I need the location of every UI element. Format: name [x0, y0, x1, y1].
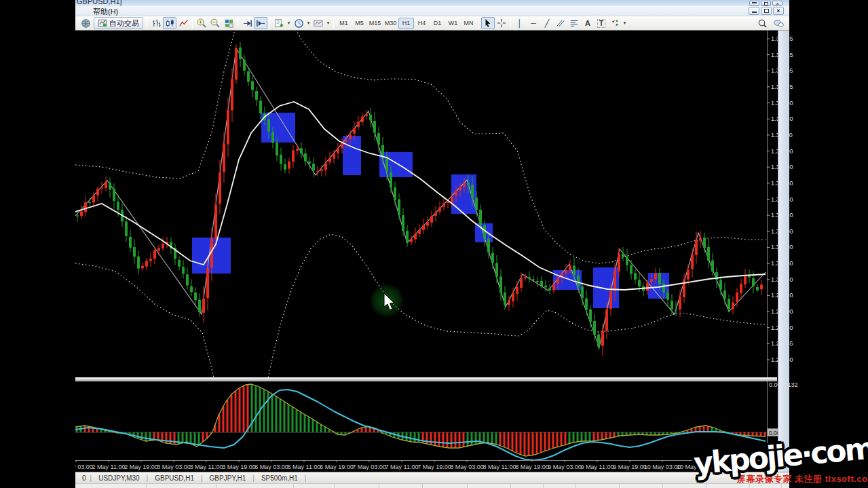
arrows-tool-button[interactable]	[608, 17, 622, 29]
vertical-line-tool-button[interactable]: │	[513, 17, 527, 29]
cursor-tool-button[interactable]	[481, 17, 495, 29]
chart-canvas[interactable]: 1.318351.317151.315951.314751.313601.312…	[0, 0, 868, 488]
connection-status-icon[interactable]	[79, 17, 92, 29]
minimize-button[interactable]	[749, 1, 759, 6]
tile-windows-icon	[224, 18, 234, 29]
svg-text:8 May 11:00: 8 May 11:00	[483, 464, 516, 470]
macd-histogram	[77, 384, 765, 455]
signal-box	[553, 270, 582, 290]
toolbar-right-icons	[755, 17, 785, 29]
candlestick-chart-button[interactable]	[163, 17, 176, 29]
status-cell-divider	[334, 484, 335, 488]
signal-box	[379, 152, 413, 177]
svg-text:6 May 19:00: 6 May 19:00	[320, 464, 354, 470]
community-button[interactable]	[772, 17, 785, 29]
search-button[interactable]	[755, 17, 769, 29]
window-right-border	[778, 31, 789, 472]
window-controls: ×	[749, 1, 782, 6]
toolbar-separator	[478, 18, 479, 29]
signal-box	[261, 113, 295, 143]
shapes-icon	[610, 18, 620, 28]
crosshair-tool-button[interactable]	[495, 17, 508, 29]
autotrade-button[interactable]: 自动交易	[94, 17, 143, 29]
horizontal-line-tool-button[interactable]: ─	[527, 17, 540, 29]
lower-band-line	[75, 234, 766, 387]
timeframe-M15[interactable]: M15	[367, 18, 383, 29]
tile-windows-button[interactable]	[222, 17, 235, 29]
auto-scroll-button[interactable]	[240, 17, 254, 29]
chart-tab[interactable]: GBPJPY,H1	[203, 474, 253, 482]
chart-restore-button[interactable]	[761, 7, 772, 15]
axes: 1.318351.317151.315951.314751.313601.312…	[59, 31, 797, 470]
chart-close-button[interactable]: ×	[773, 7, 784, 15]
chart-tab[interactable]: USDJPY,M30	[92, 474, 146, 482]
restore-button[interactable]	[761, 1, 771, 6]
signal-box	[343, 136, 361, 175]
status-cell-divider	[510, 484, 511, 488]
minimize-icon	[752, 12, 757, 13]
mouse-cursor	[381, 293, 398, 312]
close-icon: ×	[776, 7, 780, 14]
signal-box	[451, 174, 476, 214]
minimize-icon	[752, 2, 757, 3]
text-label-tool-button[interactable]: T	[595, 17, 608, 29]
chart-minimize-button[interactable]	[749, 7, 759, 15]
signal-box	[593, 267, 619, 308]
zoom-out-icon	[210, 18, 221, 29]
toolbar-separator	[269, 18, 270, 29]
timeframe-H1[interactable]: H1	[398, 18, 414, 29]
autotrade-label: 自动交易	[109, 18, 139, 29]
channel-tool-button[interactable]	[554, 17, 567, 29]
timeframe-H4[interactable]: H4	[414, 18, 430, 29]
restore-icon	[764, 9, 769, 13]
menu-help[interactable]: 帮助(H)	[90, 7, 121, 17]
fibonacci-tool-button[interactable]	[567, 17, 581, 29]
mt4-window: GBPUSD,H1] × 帮助(H) × 自动交易	[75, 0, 789, 488]
window-title: GBPUSD,H1]	[77, 0, 122, 5]
macd-signal-line	[75, 390, 766, 460]
globe-icon	[81, 18, 91, 29]
zoom-in-button[interactable]	[195, 17, 208, 29]
auto-scroll-icon	[242, 18, 252, 29]
new-order-button[interactable]	[272, 17, 286, 29]
new-order-icon	[274, 18, 284, 29]
timeframe-M5[interactable]: M5	[352, 18, 367, 29]
timeframe-M1[interactable]: M1	[336, 18, 352, 29]
arrows-dropdown-icon[interactable]: ▾	[622, 20, 628, 26]
timeframe-W1[interactable]: W1	[445, 18, 461, 29]
text-tool-icon: A	[585, 19, 590, 27]
template-button[interactable]	[312, 17, 325, 29]
status-cell-divider	[467, 484, 468, 488]
trendline-tool-button[interactable]: ╱	[540, 17, 554, 29]
chart-tab-overflow[interactable]: 0	[78, 474, 90, 482]
line-chart-button[interactable]	[176, 17, 190, 29]
chat-bubbles-icon	[773, 18, 785, 29]
period-dropdown-icon[interactable]: ▾	[305, 20, 312, 26]
svg-text:3 May 19:00: 3 May 19:00	[222, 464, 256, 470]
new-order-dropdown-icon[interactable]: ▾	[286, 20, 292, 26]
bar-chart-button[interactable]	[149, 17, 163, 29]
text-tool-button[interactable]: A	[581, 17, 595, 29]
timeframe-MN[interactable]: MN	[461, 18, 476, 29]
chart-shift-button[interactable]	[254, 17, 267, 29]
timeframe-M30[interactable]: M30	[383, 18, 398, 29]
chart-tab[interactable]: GBPUSD,H1	[148, 474, 201, 482]
svg-text:8 May 19:00: 8 May 19:00	[515, 464, 549, 470]
pointer-icon	[483, 18, 493, 28]
toolbar-separator	[238, 18, 238, 29]
status-cell-divider	[575, 484, 576, 488]
toolbar: 自动交易 ▾ ▾ ▾ M1M5M15M30H1H4D1W1MN	[75, 16, 789, 31]
window-titlebar[interactable]: GBPUSD,H1] ×	[75, 0, 789, 6]
status-cell-divider	[146, 484, 147, 488]
close-button[interactable]: ×	[772, 1, 782, 6]
period-clock-button[interactable]	[292, 17, 305, 29]
bar-chart-icon	[151, 18, 162, 29]
moving-average-line	[75, 102, 766, 290]
timeframe-D1[interactable]: D1	[430, 18, 445, 29]
status-cell-divider	[293, 484, 294, 488]
chart-tab[interactable]: SP500m,H1	[254, 474, 305, 482]
signal-box	[648, 273, 669, 299]
template-dropdown-icon[interactable]: ▾	[325, 20, 331, 26]
pane-separator[interactable]	[75, 377, 777, 381]
zoom-out-button[interactable]	[208, 17, 222, 29]
